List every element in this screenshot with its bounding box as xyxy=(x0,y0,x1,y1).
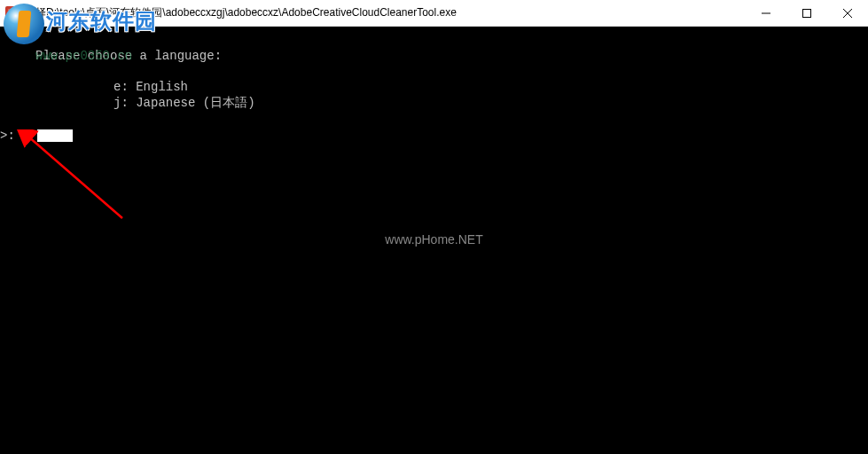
close-icon xyxy=(843,9,852,18)
option-japanese: j: Japanese (日本語) xyxy=(0,96,868,112)
app-icon xyxy=(5,6,20,20)
input-prefix: >: xyxy=(0,129,22,145)
blank-line-2 xyxy=(0,111,868,127)
window-controls xyxy=(746,0,868,26)
maximize-button[interactable] xyxy=(786,0,827,26)
prompt-text: Please choose a language: xyxy=(35,49,222,63)
minimize-icon xyxy=(762,9,770,18)
close-button[interactable] xyxy=(827,0,868,26)
annotation-arrow-icon xyxy=(16,129,131,227)
language-prompt-line: www.pc0359.cn Please choose a language: xyxy=(0,49,868,65)
text-cursor xyxy=(37,129,73,142)
svg-rect-1 xyxy=(803,9,811,17)
minimize-button[interactable] xyxy=(746,0,786,26)
console-area[interactable]: www.pc0359.cn Please choose a language: … xyxy=(0,27,868,454)
option-english: e: English xyxy=(0,80,868,96)
window-title: 选择D:\tools\桌面\河东软件园\adobeccxzgj\adobeccx… xyxy=(25,5,746,20)
input-value: e xyxy=(22,129,29,145)
maximize-icon xyxy=(802,9,811,18)
window-title-bar: 选择D:\tools\桌面\河东软件园\adobeccxzgj\adobeccx… xyxy=(0,0,868,27)
svg-line-5 xyxy=(28,137,122,218)
center-watermark: www.pHome.NET xyxy=(385,232,482,248)
blank-line xyxy=(0,65,868,81)
input-line[interactable]: >: e xyxy=(0,129,868,145)
